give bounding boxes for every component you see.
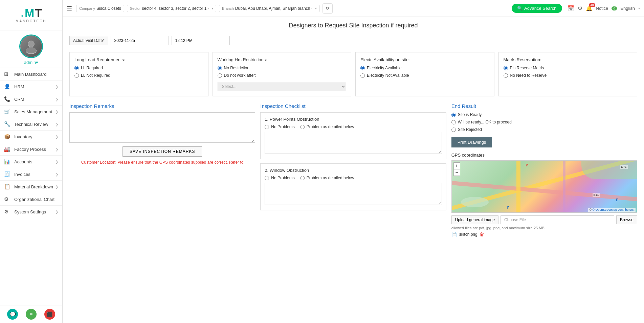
gear-button[interactable]: ⚙	[578, 5, 582, 11]
power-problem-textarea[interactable]	[265, 132, 442, 154]
do-not-work-radio[interactable]	[218, 73, 222, 78]
sidebar-item-hrm[interactable]: 👤 HRM ❯	[0, 80, 62, 93]
site-ready-option[interactable]: Site is Ready	[451, 112, 637, 117]
checklist-item-1-options: No Problems Problem as detailed below	[265, 124, 442, 129]
browse-button[interactable]: Browse	[616, 215, 637, 224]
electricity-card: Electr. Availability on site: Electricit…	[355, 52, 494, 96]
technical-icon: 🔧	[4, 121, 12, 127]
sidebar-item-material-breakdown[interactable]: 📋 Material Breakdown ❯	[0, 181, 62, 193]
long-lead-options: LL Required LL Not Required	[74, 66, 203, 78]
company-label: Company	[79, 6, 95, 10]
settings-arrow: ❯	[55, 210, 58, 214]
long-lead-card: Long Lead Requirements: LL Required LL N…	[69, 52, 208, 96]
end-result-section: End Result Site is Ready Will be ready..…	[451, 103, 637, 237]
inspection-remarks-textarea[interactable]	[69, 112, 255, 143]
do-not-work-option[interactable]: Do not work after:	[218, 73, 347, 78]
power-no-problems-radio[interactable]	[265, 125, 269, 129]
site-ready-radio[interactable]	[451, 113, 456, 117]
will-be-ready-option[interactable]: Will be ready... OK to proceed	[451, 120, 637, 124]
power-problem[interactable]: Problem as detailed below	[300, 124, 354, 129]
company-filter[interactable]: Company Sisca Closets	[76, 5, 124, 12]
sidebar-item-accounts[interactable]: 📊 Accounts ❯	[0, 156, 62, 168]
time-input[interactable]	[172, 36, 230, 45]
no-need-reserve-option[interactable]: No Need to Reserve	[504, 73, 632, 78]
electricity-not-available-option[interactable]: Electricity Not Available	[360, 73, 489, 78]
no-restriction-radio[interactable]	[218, 66, 222, 70]
sidebar-item-system-settings[interactable]: ⚙ System Settings ❯	[0, 206, 62, 218]
ll-not-required-radio[interactable]	[74, 73, 79, 78]
language-arrow[interactable]: ▾	[638, 6, 640, 10]
sidebar-item-org-chart[interactable]: ⚙ Organizational Chart	[0, 193, 62, 206]
hamburger-icon[interactable]: ☰	[67, 5, 72, 12]
map-zoom-in[interactable]: +	[453, 162, 460, 169]
window-problem-radio[interactable]	[300, 176, 305, 180]
window-problem[interactable]: Problem as detailed below	[300, 176, 354, 180]
sector-filter[interactable]: Sector sector 4, sector 3, sector 2, sec…	[127, 5, 216, 12]
long-lead-title: Long Lead Requirements:	[74, 57, 203, 62]
ll-required-radio[interactable]	[74, 66, 79, 70]
topbar: ☰ Company Sisca Closets Sector sector 4,…	[63, 0, 644, 17]
window-problem-textarea[interactable]	[265, 183, 442, 205]
avatar-image	[20, 36, 42, 57]
file-row: 📄 skitch.png 🗑	[451, 232, 637, 237]
no-need-reserve-radio[interactable]	[504, 73, 508, 78]
advance-search-button[interactable]: 🔍 Advance Search	[512, 4, 562, 13]
electricity-options: Electricity Available Electricity Not Av…	[360, 66, 489, 78]
site-rejected-option[interactable]: Site Rejected	[451, 127, 637, 132]
three-col-section: Inspection Remarks SAVE INSPECTION REMAR…	[69, 103, 637, 237]
will-be-ready-radio[interactable]	[451, 120, 456, 124]
site-rejected-radio[interactable]	[451, 128, 456, 132]
date-input[interactable]	[111, 36, 169, 45]
electricity-available-radio[interactable]	[360, 66, 365, 70]
inspection-remarks-title: Inspection Remarks	[69, 103, 255, 109]
sidebar-item-inventory[interactable]: 📦 Inventory ❯	[0, 131, 62, 143]
map-zoom-out[interactable]: −	[453, 169, 460, 176]
sidebar-item-crm[interactable]: 📞 CRM ❯	[0, 93, 62, 106]
calendar-button[interactable]: 📅	[568, 5, 574, 11]
save-inspection-remarks-button[interactable]: SAVE INSPECTION REMARKS	[123, 146, 202, 157]
branch-filter[interactable]: Branch Dubai, Abu Dhabi, Ajman, Sharjah …	[219, 5, 320, 12]
power-no-problems[interactable]: No Problems	[265, 124, 294, 129]
inspection-remarks-section: Inspection Remarks SAVE INSPECTION REMAR…	[69, 103, 255, 237]
checklist-item-2-title: 2. Window Obstruction	[265, 168, 442, 173]
stop-button[interactable]: ⬛	[44, 309, 55, 320]
window-no-problems-radio[interactable]	[265, 176, 269, 180]
no-restriction-option[interactable]: No Restriction	[218, 66, 347, 70]
notice-count: 0	[612, 6, 617, 10]
working-hrs-select[interactable]: Select...	[218, 82, 347, 91]
matrls-card: Matrls Reservation: Pls Reserve Matrls N…	[498, 52, 638, 96]
sidebar-item-technical-review[interactable]: 🔧 Technical Review ❯	[0, 118, 62, 131]
branch-value: Dubai, Abu Dhabi, Ajman, Sharjah branch …	[235, 6, 312, 11]
file-delete-button[interactable]: 🗑	[480, 232, 484, 237]
notification-badge: 48	[589, 3, 595, 7]
sidebar: ✦ M T MANDOTECH admin▾ ⊞ Main Das	[0, 0, 63, 323]
gps-coordinates-label: GPS coordinates	[451, 153, 637, 158]
user-name[interactable]: admin▾	[24, 60, 38, 65]
notification-button[interactable]: 🔔 48	[586, 5, 593, 11]
factory-icon: 🏭	[4, 146, 12, 152]
list-button[interactable]: ≡	[26, 309, 37, 320]
power-problem-radio[interactable]	[300, 125, 305, 129]
upload-general-image-button[interactable]: Upload general image	[451, 215, 498, 224]
accounts-icon: 📊	[4, 159, 12, 165]
sidebar-item-factory-process[interactable]: 🏭 Factory Process ❯	[0, 143, 62, 156]
sector-label: Sector	[130, 6, 141, 10]
pls-reserve-option[interactable]: Pls Reserve Matrls	[504, 66, 632, 70]
refresh-button[interactable]: ⟳	[323, 3, 333, 14]
sidebar-item-main-dashboard[interactable]: ⊞ Main Dashboard	[0, 68, 62, 80]
notice-badge-btn[interactable]: 0	[612, 6, 617, 10]
electricity-not-available-radio[interactable]	[360, 73, 365, 78]
sidebar-item-invoices[interactable]: 🧾 Invoices ❯	[0, 168, 62, 181]
upload-hint: allowed files are pdf, jpg, png, and max…	[451, 226, 637, 230]
working-hrs-title: Working Hrs Restrictions:	[218, 57, 347, 62]
brand-name: MANDOTECH	[16, 19, 46, 23]
branch-arrow: ▾	[315, 6, 317, 10]
electricity-available-option[interactable]: Electricity Available	[360, 66, 489, 70]
ll-not-required-option[interactable]: LL Not Required	[74, 73, 203, 78]
print-drawings-button[interactable]: Print Drawings	[451, 137, 492, 147]
pls-reserve-radio[interactable]	[504, 66, 508, 70]
window-no-problems[interactable]: No Problems	[265, 176, 294, 180]
ll-required-option[interactable]: LL Required	[74, 66, 203, 70]
chat-button[interactable]: 💬	[7, 309, 18, 320]
sidebar-item-sales[interactable]: 🛒 Sales Management ❯	[0, 106, 62, 118]
